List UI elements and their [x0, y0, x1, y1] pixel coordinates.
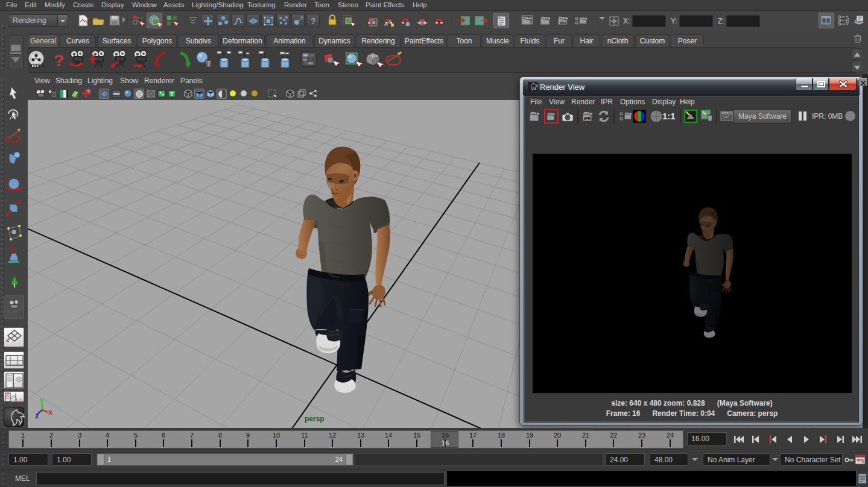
- svg-text:y: y: [40, 395, 45, 404]
- svg-text:?: ?: [54, 51, 64, 70]
- svg-text:IPR: IPR: [560, 21, 566, 25]
- svg-text:?: ?: [311, 16, 316, 26]
- svg-text:x: x: [48, 407, 53, 416]
- svg-text:IPR: IPR: [584, 116, 591, 121]
- svg-text:T: T: [170, 91, 174, 97]
